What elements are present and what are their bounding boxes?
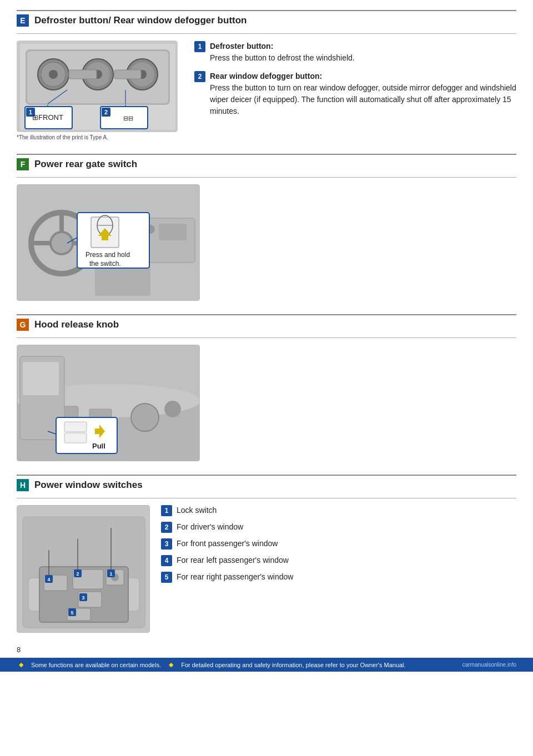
svg-text:the switch.: the switch.	[89, 260, 121, 268]
window-item-5: 5 For rear right passenger's window	[161, 572, 516, 583]
svg-rect-38	[159, 224, 187, 240]
window-item-2-badge: 2	[161, 522, 172, 533]
svg-point-56	[164, 401, 181, 417]
section-g-header: G Hood release knob	[17, 314, 516, 331]
item-2-badge: 2	[194, 71, 205, 82]
item-1-badge: 1	[194, 41, 205, 52]
section-g-title: Hood release knob	[34, 319, 119, 330]
section-g-content: Pull	[17, 345, 516, 461]
section-e-divider	[17, 33, 516, 34]
section-g-label: G	[17, 319, 29, 331]
svg-text:4: 4	[47, 577, 50, 582]
item-1-desc: Press the button to defrost the windshie…	[210, 53, 355, 62]
window-item-3: 3 For front passenger's window	[161, 538, 516, 550]
window-item-2-text: For driver's window	[177, 522, 243, 533]
section-h: H Power window switches	[17, 475, 516, 633]
section-h-content: 1 2 3 4 5	[17, 505, 516, 633]
item-2-desc: Press the button to turn on rear window …	[210, 83, 516, 115]
svg-text:3: 3	[82, 595, 84, 601]
svg-text:Pull: Pull	[92, 442, 105, 450]
section-e-header: E Defroster button/ Rear window defogger…	[17, 10, 516, 27]
section-h-divider	[17, 498, 516, 498]
svg-text:5: 5	[71, 610, 73, 616]
window-item-4: 4 For rear left passenger's window	[161, 555, 516, 566]
item-1-defroster: 1 Defroster button: Press the button to …	[194, 41, 516, 64]
window-items-list: 1 Lock switch 2 For driver's window 3 Fo…	[161, 505, 516, 588]
footer-diamond-1: ◆	[19, 661, 23, 668]
section-f-content: Press and hold the switch.	[17, 184, 516, 301]
svg-rect-54	[23, 362, 59, 395]
footer-text-2: For detailed operating and safety inform…	[181, 662, 405, 668]
section-e-descriptions: 1 Defroster button: Press the button to …	[194, 41, 516, 124]
window-item-5-badge: 5	[161, 572, 172, 583]
page: 8 E Defroster button/ Rear window defogg…	[0, 0, 533, 672]
svg-text:⊟⊟: ⊟⊟	[123, 115, 133, 122]
item-1-title: Defroster button:	[210, 42, 273, 51]
footer: ◆ Some functions are available on certai…	[0, 658, 533, 672]
gate-svg: Press and hold the switch.	[17, 185, 200, 301]
window-item-4-text: For rear left passenger's window	[177, 555, 289, 566]
svg-text:2: 2	[104, 109, 108, 115]
window-illustration: 1 2 3 4 5	[17, 505, 150, 633]
section-e-content: 1 ⊞FRONT 2 ⊟⊟	[17, 41, 516, 140]
website: carmanualsonline.info	[462, 662, 516, 668]
svg-point-7	[49, 70, 58, 79]
item-2-text: Rear window defogger button: Press the b…	[210, 70, 516, 117]
item-2-rear-defog: 2 Rear window defogger button: Press the…	[194, 70, 516, 117]
window-item-1-badge: 1	[161, 505, 172, 516]
section-e-title: Defroster button/ Rear window defogger b…	[34, 15, 247, 26]
window-item-3-text: For front passenger's window	[177, 538, 278, 550]
section-f: F Power rear gate switch	[17, 154, 516, 301]
section-f-title: Power rear gate switch	[34, 159, 137, 170]
svg-text:1: 1	[109, 571, 112, 577]
defroster-svg: 1 ⊞FRONT 2 ⊟⊟	[17, 41, 178, 132]
svg-rect-59	[64, 433, 87, 443]
window-item-3-badge: 3	[161, 538, 172, 550]
section-f-header: F Power rear gate switch	[17, 154, 516, 170]
svg-text:⊞FRONT: ⊞FRONT	[32, 113, 63, 122]
section-e-illustration-area: 1 ⊞FRONT 2 ⊟⊟	[17, 41, 183, 140]
svg-text:Press and hold: Press and hold	[86, 251, 130, 259]
illustration-note: *The illustration of the print is Type A…	[17, 134, 183, 140]
window-item-1-text: Lock switch	[177, 505, 217, 516]
svg-point-55	[131, 404, 159, 431]
svg-rect-58	[64, 422, 87, 432]
section-f-label: F	[17, 158, 29, 170]
item-1-text: Defroster button: Press the button to de…	[210, 41, 516, 64]
hood-svg: Pull	[17, 345, 200, 461]
section-g: G Hood release knob	[17, 314, 516, 461]
svg-rect-15	[114, 70, 141, 79]
section-f-divider	[17, 177, 516, 178]
item-2-title: Rear window defogger button:	[210, 72, 322, 80]
hood-illustration: Pull	[17, 345, 200, 461]
footer-text-1: Some functions are available on certain …	[31, 662, 161, 668]
svg-rect-14	[69, 70, 97, 79]
defroster-illustration: 1 ⊞FRONT 2 ⊟⊟	[17, 41, 178, 132]
window-item-4-badge: 4	[161, 555, 172, 566]
section-g-divider	[17, 337, 516, 338]
section-h-title: Power window switches	[34, 480, 143, 491]
section-e-label: E	[17, 14, 29, 27]
svg-text:2: 2	[76, 571, 79, 577]
window-item-1: 1 Lock switch	[161, 505, 516, 516]
svg-point-30	[51, 232, 73, 254]
section-e: E Defroster button/ Rear window defogger…	[17, 10, 516, 140]
window-item-5-text: For rear right passenger's window	[177, 572, 293, 583]
gate-illustration: Press and hold the switch.	[17, 184, 200, 301]
window-svg: 1 2 3 4 5	[17, 506, 150, 633]
footer-diamond-2: ◆	[169, 661, 173, 668]
section-h-label: H	[17, 479, 29, 491]
section-h-header: H Power window switches	[17, 475, 516, 491]
window-item-2: 2 For driver's window	[161, 522, 516, 533]
page-number: 8	[17, 646, 21, 654]
svg-rect-39	[95, 265, 150, 296]
